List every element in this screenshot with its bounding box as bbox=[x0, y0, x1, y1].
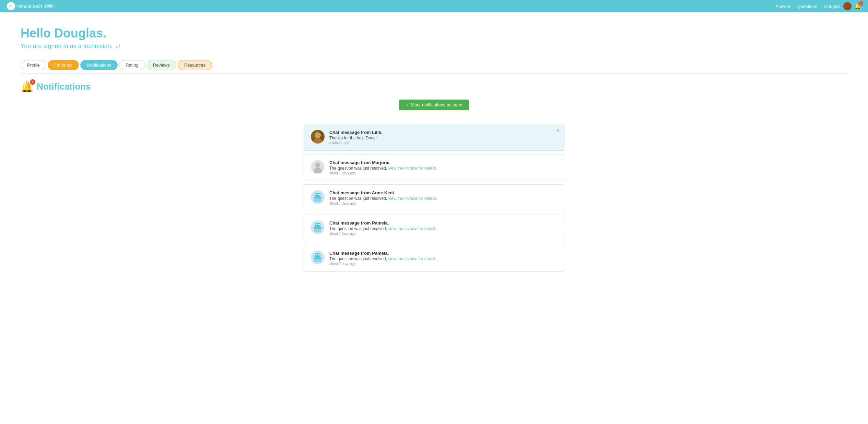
main-content: Hello Douglas. You are signed in as a te… bbox=[0, 12, 868, 285]
notif-title-pamela1: Chat message from Pamela. bbox=[329, 220, 557, 226]
header-right: Answer Questions Douglas 🔔 1 bbox=[775, 2, 861, 10]
notif-avatar-pamela2 bbox=[311, 251, 325, 264]
svg-point-21 bbox=[316, 254, 317, 255]
greeting-title: Hello Douglas. bbox=[21, 26, 847, 41]
page-heading: 🔔 1 Notifications bbox=[21, 81, 847, 93]
notif-title-marjorie: Chat message from Marjorie. bbox=[329, 160, 557, 165]
notif-message-pamela2: The question was just resolved, view the… bbox=[329, 256, 557, 261]
svg-point-1 bbox=[313, 138, 322, 143]
header-username: Douglas bbox=[824, 4, 841, 9]
logo-tech: tech bbox=[33, 3, 42, 9]
tab-notifications[interactable]: Notifications bbox=[80, 60, 118, 70]
svg-rect-14 bbox=[314, 229, 321, 232]
logo-text: minute.tech bbox=[17, 3, 42, 9]
svg-point-3 bbox=[315, 163, 320, 168]
notif-time-link: a minute ago bbox=[329, 141, 557, 145]
notif-time-anne: about 7 days ago bbox=[329, 202, 557, 205]
notification-item-pamela2: Chat message from Pamela. The question w… bbox=[304, 245, 564, 272]
bell-icon-large: 🔔 1 bbox=[21, 81, 33, 93]
notif-avatar-link bbox=[311, 130, 325, 144]
notification-item-link: Chat message from Link. Thanks for the h… bbox=[304, 124, 564, 151]
invoice-link-anne[interactable]: view the invoice for details. bbox=[388, 196, 437, 201]
notif-avatar-anne bbox=[311, 190, 325, 204]
pamela1-avatar-svg bbox=[312, 221, 324, 233]
tab-divider bbox=[21, 73, 847, 74]
tab-rating[interactable]: Rating bbox=[119, 60, 145, 70]
header-user: Douglas 🔔 1 bbox=[824, 2, 861, 10]
notif-title-link: Chat message from Link. bbox=[329, 130, 557, 135]
beta-badge: beta bbox=[44, 4, 54, 8]
notif-content-link: Chat message from Link. Thanks for the h… bbox=[329, 130, 557, 145]
notif-content-pamela2: Chat message from Pamela. The question w… bbox=[329, 251, 557, 266]
invoice-link-marjorie[interactable]: view the invoice for details. bbox=[388, 166, 437, 171]
notif-message-marjorie: The question was just resolved, view the… bbox=[329, 166, 557, 171]
svg-point-0 bbox=[315, 132, 321, 138]
header: m minute.tech beta Answer Questions Doug… bbox=[0, 0, 868, 12]
page-heading-text: Notifications bbox=[37, 81, 91, 92]
notif-title-pamela2: Chat message from Pamela. bbox=[329, 251, 557, 256]
svg-point-10 bbox=[318, 194, 320, 195]
notif-close-link[interactable]: × bbox=[556, 128, 559, 133]
link-avatar-svg bbox=[312, 130, 324, 143]
notif-content-marjorie: Chat message from Marjorie. The question… bbox=[329, 160, 557, 175]
greeting-subtitle: You are signed in as a technician. ⇄ bbox=[21, 43, 847, 50]
header-notification-badge: 1 bbox=[858, 1, 863, 6]
svg-rect-19 bbox=[314, 257, 322, 259]
pamela2-avatar-svg bbox=[312, 251, 324, 264]
tab-resources[interactable]: Resources bbox=[178, 60, 212, 70]
notif-avatar-marjorie bbox=[311, 160, 325, 174]
svg-point-15 bbox=[316, 224, 317, 225]
svg-rect-13 bbox=[314, 227, 322, 229]
invoice-link-pamela2[interactable]: view the invoice for details. bbox=[388, 256, 437, 261]
notif-message-pamela1: The question was just resolved, view the… bbox=[329, 226, 557, 231]
notif-avatar-pamela1 bbox=[311, 220, 325, 234]
notif-time-marjorie: about 7 days ago bbox=[329, 171, 557, 175]
notification-item-anne: Chat message from Anne Kent. The questio… bbox=[304, 184, 564, 211]
logo-minute: minute. bbox=[17, 3, 33, 9]
answer-nav-link[interactable]: Answer bbox=[775, 4, 790, 9]
header-notification-bell[interactable]: 🔔 1 bbox=[854, 3, 861, 10]
notif-time-pamela1: about 7 days ago bbox=[329, 232, 557, 236]
notif-content-pamela1: Chat message from Pamela. The question w… bbox=[329, 220, 557, 236]
header-avatar[interactable] bbox=[843, 2, 852, 10]
notif-message-anne: The question was just resolved, view the… bbox=[329, 196, 557, 201]
notifications-list: Chat message from Link. Thanks for the h… bbox=[304, 124, 564, 272]
svg-rect-18 bbox=[315, 253, 320, 257]
questions-nav-link[interactable]: Questions bbox=[797, 4, 818, 9]
svg-point-16 bbox=[318, 224, 320, 225]
svg-rect-8 bbox=[314, 198, 321, 202]
notif-time-pamela2: about 7 days ago bbox=[329, 262, 557, 266]
notif-message-link: Thanks for the help Doug! bbox=[329, 136, 557, 140]
anne-avatar-svg bbox=[312, 191, 324, 203]
greeting-subtitle-text: You are signed in as a technician. bbox=[21, 43, 113, 50]
mark-seen-button[interactable]: ✓ Mark notifications as seen bbox=[399, 100, 469, 110]
svg-point-22 bbox=[318, 254, 320, 255]
svg-rect-12 bbox=[315, 223, 320, 227]
mark-seen-wrapper: ✓ Mark notifications as seen bbox=[21, 100, 847, 117]
notification-item-marjorie: Chat message from Marjorie. The question… bbox=[304, 154, 564, 181]
notification-item-pamela1: Chat message from Pamela. The question w… bbox=[304, 215, 564, 241]
header-left: m minute.tech beta bbox=[7, 2, 54, 10]
notif-title-anne: Chat message from Anne Kent. bbox=[329, 190, 557, 195]
profile-tabs: Profile Favorites Notifications Rating R… bbox=[21, 60, 847, 70]
tab-favorites[interactable]: Favorites bbox=[48, 60, 79, 70]
switch-role-icon[interactable]: ⇄ bbox=[116, 43, 120, 49]
marjorie-avatar-svg bbox=[312, 161, 324, 173]
logo-icon: m bbox=[7, 2, 15, 10]
avatar-image bbox=[843, 2, 852, 10]
svg-rect-7 bbox=[314, 197, 322, 198]
tab-profile[interactable]: Profile bbox=[21, 60, 46, 70]
bell-badge: 1 bbox=[30, 79, 35, 85]
svg-rect-6 bbox=[315, 193, 320, 197]
tab-reviews[interactable]: Reviews bbox=[146, 60, 176, 70]
svg-point-9 bbox=[316, 194, 317, 195]
notif-content-anne: Chat message from Anne Kent. The questio… bbox=[329, 190, 557, 205]
invoice-link-pamela1[interactable]: view the invoice for details. bbox=[388, 226, 437, 231]
svg-rect-20 bbox=[314, 259, 321, 262]
